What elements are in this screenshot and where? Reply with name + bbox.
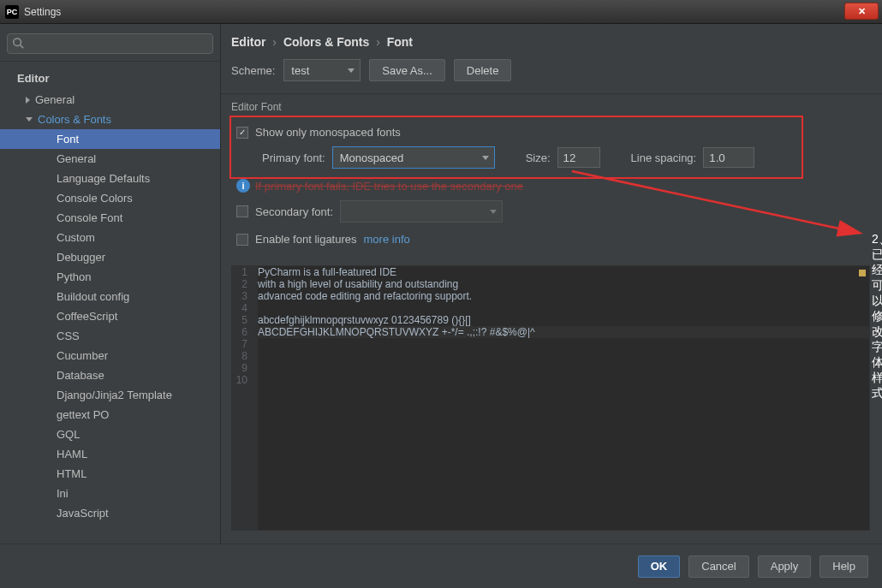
tree-item[interactable]: Django/Jinja2 Template [0, 385, 220, 405]
size-label: Size: [526, 151, 551, 164]
tree-item[interactable]: gettext PO [0, 405, 220, 425]
cancel-button[interactable]: Cancel [688, 555, 748, 578]
more-info-link[interactable]: more info [364, 233, 410, 246]
dialog-footer: OK Cancel Apply Help [0, 543, 882, 588]
ligatures-checkbox[interactable] [236, 234, 248, 246]
preview-line: 2with a high level of usability and outs… [232, 278, 869, 290]
tree-item[interactable]: General [0, 149, 220, 169]
tree-item-label: Custom [57, 231, 95, 244]
chevron-down-icon [482, 156, 489, 160]
code-text: advanced code editing and refactoring su… [253, 290, 472, 302]
line-number: 5 [232, 314, 253, 326]
chevron-right-icon [26, 97, 30, 104]
preview-line: 10 [232, 374, 869, 386]
tree-item[interactable]: Buildout config [0, 287, 220, 306]
tree-item[interactable]: Font [0, 129, 220, 149]
tree-item[interactable]: HTML [0, 464, 220, 484]
breadcrumb-c: Font [387, 35, 413, 49]
primary-font-select[interactable]: Monospaced [332, 146, 495, 169]
line-number: 3 [232, 290, 253, 302]
tree-item-label: Debugger [57, 251, 105, 264]
tree-item[interactable]: Console Colors [0, 188, 220, 208]
line-number: 2 [232, 278, 253, 290]
tree-item[interactable]: Custom [0, 228, 220, 247]
preview-line: 9 [232, 362, 869, 374]
tree-item[interactable]: Python [0, 267, 220, 287]
svg-line-1 [21, 45, 24, 49]
chevron-down-icon [348, 68, 355, 73]
close-button[interactable]: ✕ [844, 3, 879, 20]
settings-tree: Editor GeneralColors & FontsFontGeneralL… [0, 62, 220, 543]
search-icon [12, 37, 24, 49]
app-logo: PC [5, 5, 19, 19]
tree-item-label: Django/Jinja2 Template [57, 389, 172, 401]
help-button[interactable]: Help [819, 555, 868, 578]
tree-item-label: CSS [57, 330, 80, 342]
info-icon: i [236, 179, 250, 193]
line-spacing-input[interactable] [703, 147, 754, 168]
tree-item-label: GQL [57, 428, 80, 441]
preview-line: 5abcdefghijklmnopqrstuvwxyz 0123456789 (… [232, 314, 869, 326]
code-text [253, 338, 258, 350]
preview-line: 3advanced code editing and refactoring s… [232, 290, 869, 302]
tree-item-label: General [57, 152, 96, 165]
tree-item[interactable]: Cucumber [0, 346, 220, 365]
tree-item[interactable]: Database [0, 365, 220, 385]
line-number: 10 [232, 374, 253, 386]
ok-button[interactable]: OK [638, 555, 681, 578]
tree-item[interactable]: Console Font [0, 208, 220, 228]
secondary-font-select[interactable] [340, 200, 503, 223]
sidebar: Editor GeneralColors & FontsFontGeneralL… [0, 24, 221, 543]
code-text: ABCDEFGHIJKLMNOPQRSTUVWXYZ +-*/= .,;:!? … [253, 326, 535, 338]
show-monospaced-checkbox[interactable]: ✓ [236, 127, 248, 139]
tree-item[interactable]: JavaScript [0, 503, 220, 523]
chevron-down-icon [490, 210, 497, 214]
tree-item-label: CoffeeScript [57, 310, 117, 323]
primary-font-value: Monospaced [340, 151, 403, 164]
close-icon: ✕ [858, 6, 866, 17]
tree-item[interactable]: CoffeeScript [0, 306, 220, 326]
tree-item[interactable]: Colors & Fonts [0, 110, 220, 129]
breadcrumb-b[interactable]: Colors & Fonts [283, 35, 369, 49]
tree-item[interactable]: Ini [0, 484, 220, 503]
tree-item-label: Font [57, 133, 79, 146]
secondary-font-checkbox[interactable] [236, 205, 248, 217]
font-preview: 1PyCharm is a full-featured IDE2with a h… [231, 265, 870, 531]
save-as-button[interactable]: Save As... [369, 59, 445, 81]
tree-item-label: HAML [57, 448, 87, 460]
line-number: 6 [232, 326, 253, 338]
tree-item[interactable]: General [0, 90, 220, 110]
size-input[interactable] [557, 147, 600, 168]
editor-font-block: ✓ Show only monospaced fonts Primary fon… [231, 116, 870, 255]
tree-item[interactable]: Language Defaults [0, 169, 220, 188]
breadcrumb: Editor › Colors & Fonts › Font [221, 24, 882, 54]
tree-item-label: Python [57, 270, 91, 283]
fallback-info-text: If primary font fails, IDE tries to use … [255, 180, 523, 193]
line-spacing-label: Line spacing: [631, 151, 697, 164]
editor-font-title: Editor Font [221, 94, 882, 115]
tree-item-label: gettext PO [57, 408, 109, 421]
tree-item-label: Database [57, 369, 104, 382]
tree-item[interactable]: GQL [0, 425, 220, 444]
code-text [253, 302, 258, 314]
chevron-right-icon: › [376, 35, 380, 49]
line-number: 1 [232, 266, 253, 278]
breadcrumb-a[interactable]: Editor [231, 35, 265, 49]
preview-line: 7 [232, 338, 869, 350]
search-input[interactable] [7, 33, 213, 54]
preview-line: 6ABCDEFGHIJKLMNOPQRSTUVWXYZ +-*/= .,;:!?… [232, 326, 869, 338]
tree-item-label: Console Colors [57, 192, 133, 205]
tree-section-editor[interactable]: Editor [0, 65, 220, 90]
tree-item[interactable]: CSS [0, 326, 220, 346]
svg-point-0 [14, 39, 21, 46]
delete-button[interactable]: Delete [454, 59, 512, 81]
tree-item-label: Language Defaults [57, 172, 150, 185]
code-text: abcdefghijklmnopqrstuvwxyz 0123456789 ()… [253, 314, 471, 326]
scheme-select[interactable]: test [283, 59, 361, 81]
scheme-label: Scheme: [231, 64, 275, 77]
tree-item[interactable]: HAML [0, 444, 220, 464]
tree-item[interactable]: Debugger [0, 247, 220, 267]
apply-button[interactable]: Apply [758, 555, 812, 578]
line-number: 7 [232, 338, 253, 350]
ligatures-label: Enable font ligatures [255, 233, 357, 246]
